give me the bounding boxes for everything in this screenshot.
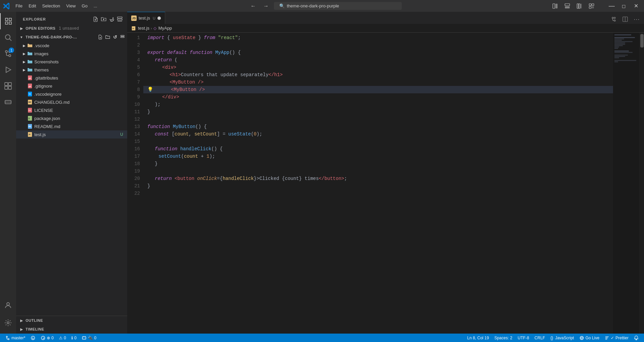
split-editor-button[interactable] (620, 14, 630, 24)
menu-view[interactable]: View (64, 2, 78, 10)
svg-text:JS: JS (132, 28, 134, 29)
encoding-status[interactable]: UTF-8 (515, 334, 532, 342)
folder-new-folder-btn[interactable] (104, 34, 111, 40)
file-gitattributes[interactable]: ▶ git .gitattributes (16, 74, 127, 82)
vscode-folder-icon (27, 42, 33, 49)
language-label: JavaScript (555, 336, 574, 340)
activity-search[interactable] (0, 29, 16, 45)
file-testjs[interactable]: ▶ JS test.js U (16, 130, 127, 138)
prettier-status[interactable]: ✓ Prettier (602, 334, 631, 342)
breadcrumb-file-icon: JS (131, 26, 137, 31)
file-vscodeignore[interactable]: ▶ VS .vscodeignore (16, 90, 127, 98)
file-gitignore[interactable]: ▶ git .gitignore (16, 82, 127, 90)
folder-new-file-btn[interactable] (97, 34, 104, 40)
lightbulb-icon[interactable]: 💡 (147, 86, 153, 93)
menu-file[interactable]: File (13, 2, 25, 10)
layout-4-button[interactable] (586, 2, 597, 10)
outline-label: OUTLINE (26, 318, 43, 322)
branch-status[interactable]: master* (3, 334, 28, 342)
open-editors-section[interactable]: ▶ OPEN EDITORS 1 unsaved (16, 24, 127, 33)
menu-go[interactable]: Go (79, 2, 90, 10)
line-col-status[interactable]: Ln 8, Col 19 (464, 334, 492, 342)
info-status[interactable]: ℹ 0 (69, 334, 79, 342)
tab-testjs[interactable]: JS test.js U (127, 12, 165, 24)
folder-refresh-btn[interactable]: ↺ (112, 34, 118, 40)
layout-3-button[interactable] (574, 2, 585, 10)
themes-folder-label: themes (34, 67, 49, 72)
source-control-view-button[interactable] (609, 14, 618, 24)
activity-explorer[interactable] (0, 13, 16, 29)
collapse-all-button[interactable] (116, 16, 123, 23)
code-content[interactable]: import { useState } from "react"; export… (143, 33, 613, 334)
activity-settings[interactable] (0, 315, 16, 331)
nav-forward-button[interactable]: → (260, 2, 271, 10)
code-line-19 (143, 167, 613, 175)
search-bar[interactable]: 🔍 theme-one-dark-pro-purple (274, 2, 402, 10)
maximize-button[interactable]: ◻ (618, 2, 629, 10)
menu-more[interactable]: ... (91, 2, 100, 10)
folder-themes[interactable]: ▶ themes (16, 66, 127, 74)
warnings-status[interactable]: ⚠ 0 (56, 334, 69, 342)
branch-label: master* (11, 336, 25, 340)
file-readme[interactable]: ▶ MD README.md (16, 122, 127, 130)
svg-rect-7 (589, 4, 591, 6)
spaces-status[interactable]: Spaces: 2 (492, 334, 515, 342)
eol-status[interactable]: CRLF (532, 334, 548, 342)
notification-bell-status[interactable] (631, 334, 641, 342)
file-license[interactable]: ▶ Lic LICENSE (16, 106, 127, 114)
folder-vscode[interactable]: ▶ .vscode (16, 41, 127, 50)
layout-2-button[interactable] (562, 2, 573, 10)
golive-label: Go Live (585, 336, 599, 340)
svg-rect-17 (5, 83, 8, 86)
activity-run[interactable] (0, 62, 16, 78)
language-status[interactable]: {} JavaScript (548, 334, 577, 342)
errors-status[interactable]: ✕ ⊗ 0 (38, 334, 56, 342)
file-package[interactable]: ▶ {} package.json (16, 114, 127, 122)
scrollbar-thumb[interactable] (640, 34, 644, 48)
activity-bar: 1 (0, 12, 16, 334)
svg-rect-5 (579, 4, 580, 8)
ports-status[interactable]: 🔌 0 (79, 334, 99, 342)
tab-u-badge: U (153, 16, 155, 20)
open-editors-chevron: ▶ (19, 26, 24, 31)
svg-rect-2 (565, 4, 570, 6)
menu-edit[interactable]: Edit (26, 2, 39, 10)
new-folder-button[interactable] (100, 16, 107, 23)
nav-back-button[interactable]: ← (248, 2, 258, 10)
activity-source-control[interactable]: 1 (0, 45, 16, 62)
sync-status[interactable]: ↻ (28, 334, 38, 342)
scrollbar-track[interactable] (640, 33, 644, 334)
folder-collapse-btn[interactable] (119, 34, 126, 40)
folder-screenshots[interactable]: ▶ Screenshots (16, 58, 127, 66)
breadcrumb-file[interactable]: test.js (138, 26, 149, 31)
activity-account[interactable] (0, 297, 16, 313)
new-file-button[interactable] (92, 16, 99, 23)
line-col-label: Ln 8, Col 19 (467, 336, 489, 340)
editor-area: JS test.js U ⋯ JS test.js › ◇ (127, 12, 644, 334)
tab-testjs-label: test.js (139, 15, 150, 21)
refresh-button[interactable] (108, 16, 115, 23)
code-editor[interactable]: 1 2 3 4 5 6 7 8 9 10 11 12 13 14 15 16 1… (127, 33, 644, 334)
activity-extensions[interactable] (0, 78, 16, 94)
folder-images[interactable]: ▶ images (16, 50, 127, 58)
svg-rect-6 (580, 4, 582, 8)
close-button[interactable]: ✕ (631, 2, 641, 10)
svg-marker-16 (6, 67, 11, 72)
code-line-9: </div> (143, 93, 613, 101)
timeline-section[interactable]: ▶ TIMELINE (16, 325, 127, 334)
code-line-4: return ( (143, 56, 613, 64)
activity-remote[interactable] (0, 94, 16, 110)
folder-section[interactable]: ▼ THEME-ONE-DARK-PRO-... ↺ (16, 33, 127, 41)
file-changelog[interactable]: ▶ MD CHANGELOG.md (16, 98, 127, 106)
outline-section[interactable]: ▶ OUTLINE (16, 316, 127, 325)
minimize-button[interactable]: — (606, 2, 617, 10)
menu-selection[interactable]: Selection (39, 2, 63, 10)
svg-text:git: git (29, 85, 31, 87)
layout-1-button[interactable] (550, 2, 561, 10)
svg-point-53 (614, 20, 615, 21)
images-chevron-icon: ▶ (22, 51, 27, 56)
breadcrumb-symbol[interactable]: MyApp (158, 26, 172, 31)
license-label: LICENSE (34, 108, 53, 113)
more-actions-button[interactable]: ⋯ (632, 14, 641, 24)
golive-status[interactable]: Go Live (577, 334, 602, 342)
